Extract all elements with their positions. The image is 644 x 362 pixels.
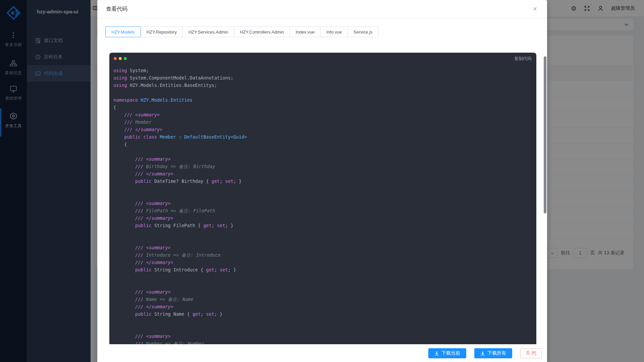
download-icon — [434, 351, 439, 356]
view-code-dialog: 查看代码 × HZY.Models HZY.Repository HZY.Ser… — [97, 0, 547, 362]
tab-info-vue[interactable]: Info.vue — [320, 27, 348, 37]
dialog-header: 查看代码 × — [97, 0, 547, 18]
code-file-tabs: HZY.Models HZY.Repository HZY.Services.A… — [105, 27, 539, 37]
window-dot-red — [114, 57, 117, 60]
download-all-button[interactable]: 下载所有 — [474, 348, 512, 358]
copy-code-button[interactable]: 复制代码 — [514, 56, 532, 62]
tab-hzy-models[interactable]: HZY.Models — [105, 27, 141, 37]
code-content[interactable]: using System;using System.ComponentModel… — [109, 67, 536, 344]
tab-service-js[interactable]: Service.js — [347, 27, 378, 37]
dialog-title: 查看代码 — [106, 0, 127, 18]
close-icon[interactable]: × — [530, 4, 540, 13]
download-current-label: 下载当前 — [441, 350, 460, 356]
close-dialog-label: 关 闭 — [526, 350, 536, 356]
code-window: 复制代码 using System;using System.Component… — [109, 53, 536, 344]
download-current-button[interactable]: 下载当前 — [428, 348, 466, 358]
window-dot-green — [124, 57, 127, 60]
dialog-body: HZY.Models HZY.Repository HZY.Services.A… — [97, 18, 547, 344]
close-dialog-button[interactable]: 关 闭 — [520, 348, 542, 358]
dialog-scrollbar-thumb[interactable] — [544, 56, 546, 213]
download-all-label: 下载所有 — [487, 350, 506, 356]
window-dot-yellow — [119, 57, 122, 60]
dialog-footer: 下载当前 下载所有 关 闭 — [97, 344, 547, 362]
tab-hzy-controllers-admin[interactable]: HZY.Controllers.Admin — [234, 27, 290, 37]
tab-index-vue[interactable]: Index.vue — [289, 27, 320, 37]
download-icon — [480, 351, 485, 356]
tab-hzy-services-admin[interactable]: HZY.Services.Admin — [182, 27, 234, 37]
tab-hzy-repository[interactable]: HZY.Repository — [141, 27, 183, 37]
mac-window-dots — [114, 57, 127, 60]
